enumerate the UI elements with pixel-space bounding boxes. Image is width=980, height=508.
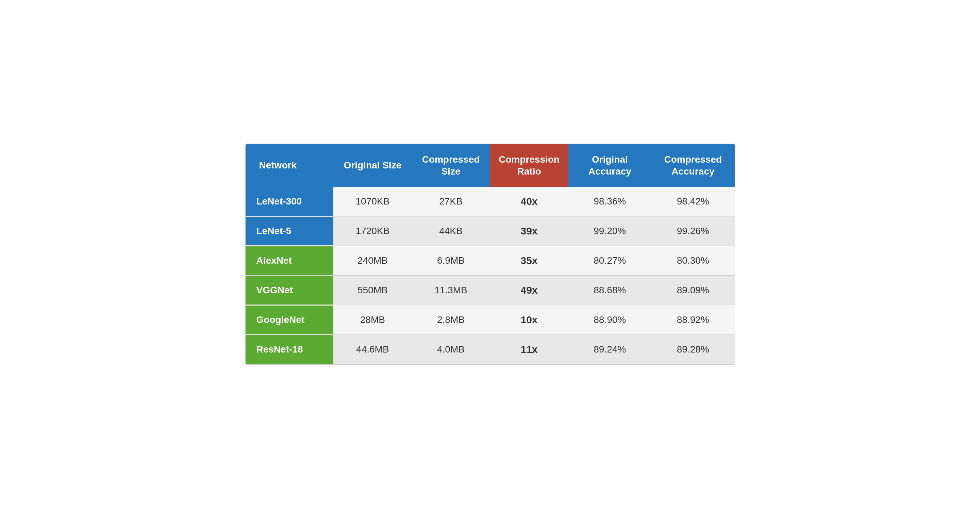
network-cell: GoogleNet [246, 305, 334, 334]
header-original-size: Original Size [333, 144, 412, 187]
table-row: LeNet-5 1720KB 44KB 39x 99.20% 99.26% [246, 216, 735, 246]
original-accuracy-cell: 89.24% [568, 334, 651, 364]
compression-ratio-cell: 10x [490, 305, 568, 334]
compression-ratio-cell: 40x [490, 187, 568, 217]
compressed-accuracy-cell: 99.26% [651, 216, 734, 246]
compressed-size-cell: 44KB [412, 216, 490, 246]
header-original-accuracy: Original Accuracy [568, 144, 651, 187]
table-row: GoogleNet 28MB 2.8MB 10x 88.90% 88.92% [246, 305, 735, 334]
network-cell: AlexNet [246, 246, 334, 275]
original-accuracy-cell: 88.90% [568, 305, 651, 334]
table-row: VGGNet 550MB 11.3MB 49x 88.68% 89.09% [246, 275, 735, 305]
table-row: AlexNet 240MB 6.9MB 35x 80.27% 80.30% [246, 246, 735, 275]
compressed-size-cell: 4.0MB [412, 334, 490, 364]
compression-ratio-cell: 11x [490, 334, 568, 364]
header-compression-ratio: Compression Ratio [490, 144, 568, 187]
network-name-label: VGGNet [246, 276, 334, 304]
original-accuracy-cell: 98.36% [568, 187, 651, 217]
original-accuracy-cell: 88.68% [568, 275, 651, 305]
network-cell: LeNet-300 [246, 187, 334, 217]
network-name-label: LeNet-5 [246, 217, 334, 245]
original-accuracy-cell: 80.27% [568, 246, 651, 275]
header-network: Network [246, 144, 334, 187]
compressed-size-cell: 11.3MB [412, 275, 490, 305]
header-compressed-accuracy: Compressed Accuracy [651, 144, 734, 187]
table-row: LeNet-300 1070KB 27KB 40x 98.36% 98.42% [246, 187, 735, 217]
compressed-accuracy-cell: 89.09% [651, 275, 734, 305]
header-compressed-size: Compressed Size [412, 144, 490, 187]
original-size-cell: 28MB [333, 305, 412, 334]
compression-ratio-cell: 49x [490, 275, 568, 305]
compressed-size-cell: 27KB [412, 187, 490, 217]
comparison-table: Network Original Size Compressed Size Co… [245, 143, 735, 365]
network-name-label: LeNet-300 [246, 187, 334, 216]
compression-ratio-cell: 35x [490, 246, 568, 275]
network-name-label: ResNet-18 [246, 335, 334, 364]
table-row: ResNet-18 44.6MB 4.0MB 11x 89.24% 89.28% [246, 334, 735, 364]
network-name-label: GoogleNet [246, 306, 334, 334]
original-size-cell: 550MB [333, 275, 412, 305]
compressed-accuracy-cell: 89.28% [651, 334, 734, 364]
original-size-cell: 240MB [333, 246, 412, 275]
compressed-size-cell: 6.9MB [412, 246, 490, 275]
original-size-cell: 1720KB [333, 216, 412, 246]
compression-ratio-cell: 39x [490, 216, 568, 246]
table-header-row: Network Original Size Compressed Size Co… [246, 144, 735, 187]
compressed-accuracy-cell: 80.30% [651, 246, 734, 275]
network-cell: LeNet-5 [246, 216, 334, 246]
network-cell: ResNet-18 [246, 334, 334, 364]
compressed-accuracy-cell: 98.42% [651, 187, 734, 217]
original-size-cell: 1070KB [333, 187, 412, 217]
compressed-size-cell: 2.8MB [412, 305, 490, 334]
compressed-accuracy-cell: 88.92% [651, 305, 734, 334]
original-accuracy-cell: 99.20% [568, 216, 651, 246]
network-cell: VGGNet [246, 275, 334, 305]
original-size-cell: 44.6MB [333, 334, 412, 364]
network-name-label: AlexNet [246, 246, 334, 275]
